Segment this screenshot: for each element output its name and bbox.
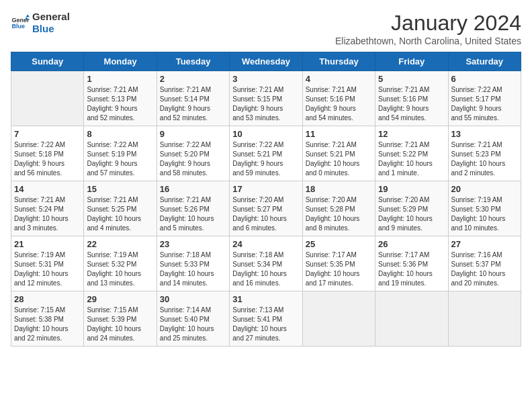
- day-number: 13: [451, 129, 518, 139]
- day-content: Sunrise: 7:21 AM Sunset: 5:13 PM Dayligh…: [87, 85, 153, 123]
- day-cell: 11Sunrise: 7:21 AM Sunset: 5:21 PM Dayli…: [302, 126, 375, 181]
- day-content: Sunrise: 7:18 AM Sunset: 5:33 PM Dayligh…: [160, 250, 226, 288]
- day-cell: 23Sunrise: 7:18 AM Sunset: 5:33 PM Dayli…: [157, 236, 229, 291]
- logo-general: General: [32, 11, 70, 23]
- week-row-4: 21Sunrise: 7:19 AM Sunset: 5:31 PM Dayli…: [11, 236, 521, 291]
- day-content: Sunrise: 7:21 AM Sunset: 5:16 PM Dayligh…: [306, 85, 372, 123]
- day-cell: 18Sunrise: 7:20 AM Sunset: 5:28 PM Dayli…: [302, 181, 375, 236]
- day-number: 30: [160, 294, 226, 304]
- day-cell: 13Sunrise: 7:21 AM Sunset: 5:23 PM Dayli…: [448, 126, 521, 181]
- header-cell-wednesday: Wednesday: [230, 52, 302, 71]
- header-cell-saturday: Saturday: [448, 52, 521, 71]
- day-content: Sunrise: 7:19 AM Sunset: 5:32 PM Dayligh…: [87, 250, 153, 288]
- day-content: Sunrise: 7:13 AM Sunset: 5:41 PM Dayligh…: [232, 306, 299, 343]
- day-content: Sunrise: 7:20 AM Sunset: 5:29 PM Dayligh…: [378, 195, 445, 233]
- day-cell: 30Sunrise: 7:14 AM Sunset: 5:40 PM Dayli…: [157, 291, 229, 347]
- day-cell: 15Sunrise: 7:21 AM Sunset: 5:25 PM Dayli…: [84, 181, 157, 236]
- day-content: Sunrise: 7:17 AM Sunset: 5:35 PM Dayligh…: [306, 250, 372, 288]
- day-content: Sunrise: 7:21 AM Sunset: 5:21 PM Dayligh…: [306, 140, 372, 178]
- day-content: Sunrise: 7:21 AM Sunset: 5:22 PM Dayligh…: [378, 140, 445, 178]
- day-cell: 29Sunrise: 7:15 AM Sunset: 5:39 PM Dayli…: [84, 291, 157, 347]
- day-number: 18: [306, 184, 372, 194]
- day-content: Sunrise: 7:22 AM Sunset: 5:19 PM Dayligh…: [87, 140, 153, 178]
- day-number: 4: [306, 74, 372, 84]
- day-number: 23: [160, 239, 226, 249]
- day-cell: 2Sunrise: 7:21 AM Sunset: 5:14 PM Daylig…: [157, 71, 229, 126]
- logo-blue: Blue: [32, 23, 70, 35]
- day-number: 16: [160, 184, 226, 194]
- day-number: 6: [451, 74, 518, 84]
- week-row-3: 14Sunrise: 7:21 AM Sunset: 5:24 PM Dayli…: [11, 181, 521, 236]
- day-number: 29: [87, 294, 153, 304]
- day-number: 2: [160, 74, 226, 84]
- day-content: Sunrise: 7:21 AM Sunset: 5:14 PM Dayligh…: [160, 85, 226, 123]
- day-number: 12: [378, 129, 445, 139]
- day-number: 21: [14, 239, 81, 249]
- day-number: 8: [87, 129, 153, 139]
- day-number: 5: [378, 74, 445, 84]
- day-cell: 28Sunrise: 7:15 AM Sunset: 5:38 PM Dayli…: [11, 291, 84, 347]
- day-cell: 19Sunrise: 7:20 AM Sunset: 5:29 PM Dayli…: [375, 181, 448, 236]
- day-cell: 14Sunrise: 7:21 AM Sunset: 5:24 PM Dayli…: [11, 181, 84, 236]
- day-cell: [11, 71, 84, 126]
- day-number: 10: [232, 129, 299, 139]
- day-number: 7: [14, 129, 81, 139]
- day-cell: 24Sunrise: 7:18 AM Sunset: 5:34 PM Dayli…: [230, 236, 302, 291]
- day-cell: 10Sunrise: 7:22 AM Sunset: 5:21 PM Dayli…: [230, 126, 302, 181]
- day-content: Sunrise: 7:18 AM Sunset: 5:34 PM Dayligh…: [232, 250, 299, 288]
- logo-icon: General Blue: [11, 13, 30, 32]
- day-number: 14: [14, 184, 81, 194]
- day-content: Sunrise: 7:20 AM Sunset: 5:27 PM Dayligh…: [232, 195, 299, 233]
- day-number: 28: [14, 294, 81, 304]
- calendar-body: 1Sunrise: 7:21 AM Sunset: 5:13 PM Daylig…: [11, 71, 521, 347]
- day-cell: 25Sunrise: 7:17 AM Sunset: 5:35 PM Dayli…: [302, 236, 375, 291]
- day-number: 25: [306, 239, 372, 249]
- day-cell: [448, 291, 521, 347]
- day-number: 17: [232, 184, 299, 194]
- day-number: 31: [232, 294, 299, 304]
- day-cell: 9Sunrise: 7:22 AM Sunset: 5:20 PM Daylig…: [157, 126, 229, 181]
- day-cell: 22Sunrise: 7:19 AM Sunset: 5:32 PM Dayli…: [84, 236, 157, 291]
- header-cell-monday: Monday: [84, 52, 157, 71]
- day-content: Sunrise: 7:17 AM Sunset: 5:36 PM Dayligh…: [378, 250, 445, 288]
- day-cell: 17Sunrise: 7:20 AM Sunset: 5:27 PM Dayli…: [230, 181, 302, 236]
- day-cell: 12Sunrise: 7:21 AM Sunset: 5:22 PM Dayli…: [375, 126, 448, 181]
- day-cell: 21Sunrise: 7:19 AM Sunset: 5:31 PM Dayli…: [11, 236, 84, 291]
- day-number: 26: [378, 239, 445, 249]
- day-cell: 8Sunrise: 7:22 AM Sunset: 5:19 PM Daylig…: [84, 126, 157, 181]
- day-content: Sunrise: 7:21 AM Sunset: 5:26 PM Dayligh…: [160, 195, 226, 233]
- calendar-title: January 2024: [335, 11, 521, 36]
- day-cell: 27Sunrise: 7:16 AM Sunset: 5:37 PM Dayli…: [448, 236, 521, 291]
- day-cell: 7Sunrise: 7:22 AM Sunset: 5:18 PM Daylig…: [11, 126, 84, 181]
- svg-marker-2: [26, 14, 30, 17]
- day-cell: 5Sunrise: 7:21 AM Sunset: 5:16 PM Daylig…: [375, 71, 448, 126]
- calendar-table: SundayMondayTuesdayWednesdayThursdayFrid…: [11, 52, 521, 347]
- day-content: Sunrise: 7:16 AM Sunset: 5:37 PM Dayligh…: [451, 250, 518, 288]
- day-number: 22: [87, 239, 153, 249]
- day-number: 15: [87, 184, 153, 194]
- header: General Blue General Blue January 2024 E…: [11, 11, 521, 46]
- day-number: 3: [232, 74, 299, 84]
- day-cell: 4Sunrise: 7:21 AM Sunset: 5:16 PM Daylig…: [302, 71, 375, 126]
- day-content: Sunrise: 7:22 AM Sunset: 5:17 PM Dayligh…: [451, 85, 518, 123]
- day-cell: 1Sunrise: 7:21 AM Sunset: 5:13 PM Daylig…: [84, 71, 157, 126]
- day-cell: [302, 291, 375, 347]
- day-content: Sunrise: 7:22 AM Sunset: 5:21 PM Dayligh…: [232, 140, 299, 178]
- day-content: Sunrise: 7:15 AM Sunset: 5:39 PM Dayligh…: [87, 306, 153, 343]
- svg-text:Blue: Blue: [11, 23, 25, 30]
- day-content: Sunrise: 7:21 AM Sunset: 5:16 PM Dayligh…: [378, 85, 445, 123]
- day-number: 24: [232, 239, 299, 249]
- day-content: Sunrise: 7:20 AM Sunset: 5:28 PM Dayligh…: [306, 195, 372, 233]
- day-cell: 16Sunrise: 7:21 AM Sunset: 5:26 PM Dayli…: [157, 181, 229, 236]
- day-cell: 20Sunrise: 7:19 AM Sunset: 5:30 PM Dayli…: [448, 181, 521, 236]
- day-number: 11: [306, 129, 372, 139]
- week-row-5: 28Sunrise: 7:15 AM Sunset: 5:38 PM Dayli…: [11, 291, 521, 347]
- header-cell-friday: Friday: [375, 52, 448, 71]
- calendar-header: SundayMondayTuesdayWednesdayThursdayFrid…: [11, 52, 521, 71]
- day-content: Sunrise: 7:14 AM Sunset: 5:40 PM Dayligh…: [160, 306, 226, 343]
- day-content: Sunrise: 7:21 AM Sunset: 5:15 PM Dayligh…: [232, 85, 299, 123]
- day-content: Sunrise: 7:22 AM Sunset: 5:20 PM Dayligh…: [160, 140, 226, 178]
- header-row: SundayMondayTuesdayWednesdayThursdayFrid…: [11, 52, 521, 71]
- day-cell: 3Sunrise: 7:21 AM Sunset: 5:15 PM Daylig…: [230, 71, 302, 126]
- title-area: January 2024 Elizabethtown, North Caroli…: [335, 11, 521, 46]
